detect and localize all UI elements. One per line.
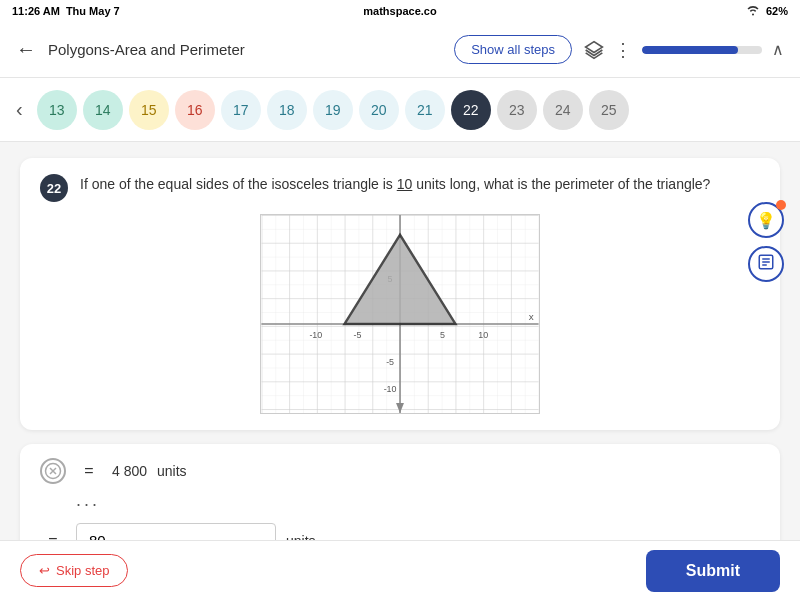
question-card: 22 If one of the equal sides of the isos… [20,158,780,430]
footer: ↩ Skip step Submit [0,540,800,600]
question-18[interactable]: 18 [267,90,307,130]
question-13[interactable]: 13 [37,90,77,130]
prev-question-button[interactable]: ‹ [8,94,31,125]
submit-button[interactable]: Submit [646,550,780,592]
svg-text:-5: -5 [386,357,394,367]
domain: mathspace.co [363,5,436,17]
question-22[interactable]: 22 [451,90,491,130]
notes-button[interactable] [748,246,784,282]
svg-text:-10: -10 [384,384,397,394]
skip-label: Skip step [56,563,109,578]
graph-container: x -10 -5 5 10 5 -5 -10 [260,214,540,414]
svg-text:5: 5 [440,330,445,340]
question-24[interactable]: 24 [543,90,583,130]
status-bar: 11:26 AM Thu May 7 mathspace.co 62% [0,0,800,22]
more-options-button[interactable]: ⋮ [614,39,632,61]
battery: 62% [766,5,788,17]
wrong-units: units [157,463,187,479]
question-17[interactable]: 17 [221,90,261,130]
question-14[interactable]: 14 [83,90,123,130]
svg-text:-10: -10 [309,330,322,340]
question-16[interactable]: 16 [175,90,215,130]
question-15[interactable]: 15 [129,90,169,130]
hint-badge [776,200,786,210]
wrong-answer-value: 4 800 [112,463,147,479]
question-20[interactable]: 20 [359,90,399,130]
question-19[interactable]: 19 [313,90,353,130]
back-button[interactable]: ← [16,38,36,61]
question-nav: ‹ 13 14 15 16 17 18 19 20 21 22 23 24 25 [0,78,800,142]
question-23[interactable]: 23 [497,90,537,130]
question-25[interactable]: 25 [589,90,629,130]
progress-bar [642,46,762,54]
question-21[interactable]: 21 [405,90,445,130]
main-content: 22 If one of the equal sides of the isos… [0,142,800,600]
notes-icon [757,253,775,275]
skip-icon: ↩ [39,563,50,578]
show-all-steps-button[interactable]: Show all steps [454,35,572,64]
lightbulb-icon: 💡 [756,211,776,230]
collapse-button[interactable]: ∧ [772,40,784,59]
progress-bar-fill [642,46,738,54]
svg-text:x: x [529,311,534,322]
side-icons: 💡 [748,202,784,282]
day: Thu May 7 [66,5,120,17]
hint-button[interactable]: 💡 [748,202,784,238]
svg-text:10: 10 [478,330,488,340]
layers-icon-button[interactable] [584,40,604,60]
header: ← Polygons-Area and Perimeter Show all s… [0,22,800,78]
header-title: Polygons-Area and Perimeter [48,41,442,58]
header-icons: ⋮ ∧ [584,39,784,61]
equals-wrong: = [76,462,102,480]
wrong-icon [40,458,66,484]
svg-text:-5: -5 [353,330,361,340]
coordinate-graph: x -10 -5 5 10 5 -5 -10 [261,215,539,413]
wrong-answer-row: = 4 800 units [40,458,760,484]
wifi-icon [746,5,760,18]
dots: ··· [40,494,760,515]
time: 11:26 AM [12,5,60,17]
skip-button[interactable]: ↩ Skip step [20,554,128,587]
question-text: If one of the equal sides of the isoscel… [80,174,710,195]
question-header: 22 If one of the equal sides of the isos… [40,174,760,202]
question-number-badge: 22 [40,174,68,202]
